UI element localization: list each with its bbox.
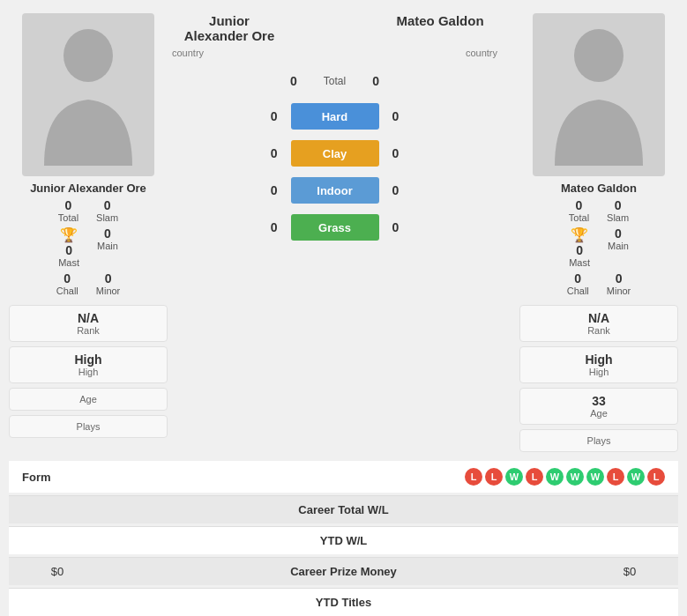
right-avatar [533,13,665,176]
grass-score-left: 0 [271,213,278,241]
right-minor-value: 0 [616,271,623,286]
left-rank-value: N/A [78,311,99,325]
grass-button[interactable]: Grass [291,214,379,241]
total-row: 0 Total 0 [172,67,497,95]
indoor-button[interactable]: Indoor [291,177,379,204]
info-row: N/A Rank High High Age Plays N/A Rank [0,305,687,461]
right-age-card: 33 Age [519,388,678,425]
right-minor-stat: 0 Minor [607,271,631,296]
clay-score-left: 0 [271,139,278,167]
right-high-label: High [589,367,609,377]
left-chall-value: 0 [63,271,71,286]
right-player-name: Mateo Galdon [561,182,637,195]
player-right: Mateo Galdon 0 Total 0 Slam 🏆 0 Mast [519,13,678,296]
left-total-value: 0 [65,198,72,212]
right-minor-label: Minor [607,286,631,296]
left-avatar [22,13,154,176]
hard-score-right: 0 [392,102,400,130]
names-row: Junior Alexander Ore Mateo Galdon [172,13,497,43]
form-badge-1: L [485,468,503,486]
right-info-col: N/A Rank High High 33 Age Plays [519,305,678,452]
right-age-value: 33 [592,394,606,408]
right-mast-value: 0 [576,243,583,257]
prize-right: $0 [594,565,665,578]
right-rank-value: N/A [588,311,609,325]
indoor-score-left: 0 [271,176,278,204]
left-minor-value: 0 [105,271,112,286]
players-section: Junior Alexander Ore 0 Total 0 Slam 🏆 0 … [0,0,687,305]
indoor-row: 0 Indoor 0 [172,176,497,204]
right-country: country [466,48,497,58]
center-section: Junior Alexander Ore Mateo Galdon countr… [168,13,502,296]
left-high-card: High High [9,346,168,383]
grass-score-right: 0 [392,213,400,241]
clay-row: 0 Clay 0 [172,139,497,167]
left-stats-row-2: 🏆 0 Mast 0 Main [9,226,168,268]
total-score-right: 0 [372,67,379,95]
left-main-value: 0 [104,226,111,241]
right-chall-value: 0 [574,271,581,286]
bottom-section: Form L L W L W W W L W L Career Total W/… [0,461,687,616]
left-country: country [172,48,204,58]
hard-button[interactable]: Hard [291,103,379,130]
right-stats-row-1: 0 Total 0 Slam [519,198,678,223]
right-mast-label: Mast [569,257,590,268]
left-mast-value: 0 [65,243,72,257]
left-plays-card: Plays [9,415,168,438]
left-age-card: Age [9,388,168,411]
right-chall-label: Chall [567,286,589,296]
form-badge-8: W [627,468,645,486]
left-stats-row-1: 0 Total 0 Slam [9,198,168,223]
total-label: Total [324,75,346,87]
form-badge-7: L [607,468,624,486]
right-stats-row-2: 🏆 0 Mast 0 Main [519,226,678,268]
left-minor-label: Minor [96,286,121,296]
left-high-value: High [74,353,101,367]
left-mast-stat: 🏆 0 Mast [58,226,79,268]
right-total-label: Total [569,212,589,223]
form-badges: L L W L W W W L W L [465,468,665,486]
right-high-value: High [585,353,612,367]
grass-row: 0 Grass 0 [172,213,497,241]
left-info-cards [506,13,515,296]
right-main-label: Main [608,241,629,251]
left-mast-label: Mast [58,257,79,268]
left-slam-stat: 0 Slam [96,198,118,223]
ytd-wl-label: YTD W/L [93,534,594,547]
left-minor-stat: 0 Minor [96,271,121,296]
ytd-wl-row: YTD W/L [9,526,678,554]
clay-button[interactable]: Clay [291,140,379,167]
prize-left: $0 [22,565,93,578]
form-badge-6: W [586,468,604,486]
right-slam-stat: 0 Slam [607,198,629,223]
right-slam-value: 0 [615,198,622,212]
right-main-stat: 0 Main [608,226,629,268]
form-badge-3: L [526,468,543,486]
right-mast-stat: 🏆 0 Mast [569,226,590,268]
country-row: country country [172,48,497,62]
right-stats-row-3: 0 Chall 0 Minor [519,271,678,296]
right-slam-label: Slam [607,212,629,223]
total-score-left: 0 [290,67,297,95]
left-main-label: Main [97,241,118,251]
left-slam-label: Slam [96,212,118,223]
right-main-value: 0 [615,226,622,241]
center-left-name: Junior Alexander Ore [176,13,282,43]
ytd-titles-row: YTD Titles [9,588,678,616]
left-trophy-icon: 🏆 [60,226,78,243]
left-slam-value: 0 [104,198,111,212]
clay-score-right: 0 [392,139,400,167]
surfaces-section: 0 Hard 0 0 Clay 0 0 Indoor 0 [172,102,497,241]
left-plays-label: Plays [77,421,101,432]
hard-row: 0 Hard 0 [172,102,497,130]
prize-row: $0 Career Prize Money $0 [9,557,678,585]
left-total-stat: 0 Total [58,198,78,223]
hard-score-left: 0 [271,102,278,130]
right-high-card: High High [519,346,678,383]
left-rank-card: N/A Rank [9,305,168,342]
left-chall-label: Chall [56,286,78,296]
right-plays-label: Plays [587,435,611,446]
svg-point-1 [574,29,624,82]
main-container: Junior Alexander Ore 0 Total 0 Slam 🏆 0 … [0,0,687,616]
right-trophy-icon: 🏆 [571,226,588,243]
